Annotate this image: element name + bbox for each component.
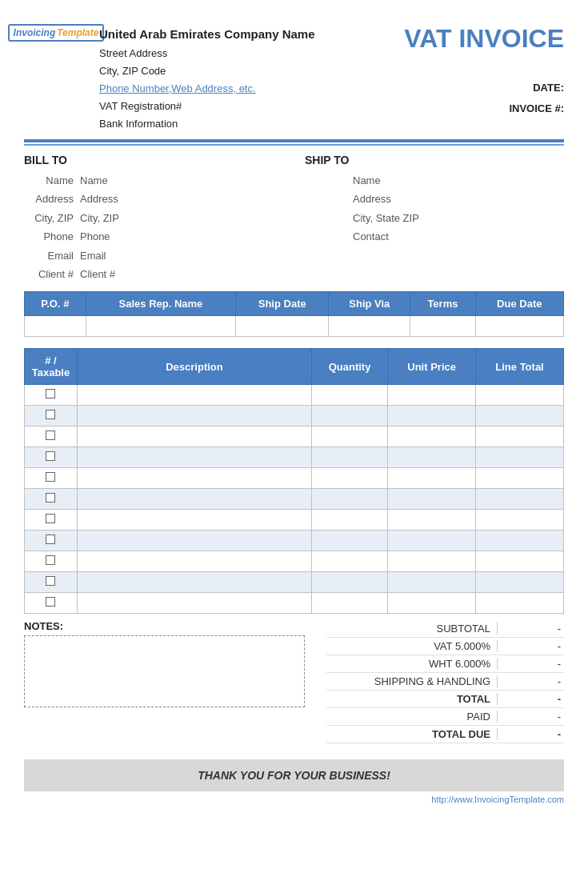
ship-name-val: Name xyxy=(353,171,381,190)
notes-box[interactable] xyxy=(24,635,305,707)
row-description xyxy=(77,593,311,614)
vat-invoice-title: VAT INVOICE xyxy=(404,24,564,54)
footer-bar: THANK YOU FOR YOUR BUSINESS! xyxy=(24,759,564,791)
subtotal-row: SUBTOTAL - xyxy=(326,620,564,638)
wht-val: - xyxy=(497,658,561,670)
logo-box: InvoicingTemplate xyxy=(8,24,105,42)
bill-client-label: Client # xyxy=(24,265,80,283)
row-checkbox-cell xyxy=(25,510,78,531)
logo-invoicing: Invoicing xyxy=(14,27,56,38)
checkbox-icon[interactable] xyxy=(46,389,55,398)
bill-city-val: City, ZIP xyxy=(80,209,119,227)
row-description xyxy=(77,572,311,593)
table-row xyxy=(25,489,564,510)
bill-to-col: BILL TO Name Name Address Address City, … xyxy=(24,154,283,283)
notes-label: NOTES: xyxy=(24,620,305,632)
row-quantity xyxy=(311,572,387,593)
vat-reg: VAT Registration# xyxy=(99,98,315,115)
row-line-total xyxy=(476,447,564,468)
wht-row: WHT 6.000% - xyxy=(326,655,564,673)
checkbox-icon[interactable] xyxy=(46,430,55,440)
row-checkbox-cell xyxy=(25,406,78,426)
checkbox-icon[interactable] xyxy=(46,410,55,419)
row-unit-price xyxy=(388,447,476,468)
bill-phone-val: Phone xyxy=(80,227,110,246)
bill-phone-label: Phone xyxy=(24,227,80,246)
po-val-ship-via xyxy=(329,316,410,337)
row-line-total xyxy=(476,426,564,447)
po-table: P.O. # Sales Rep. Name Ship Date Ship Vi… xyxy=(24,291,564,337)
row-description xyxy=(77,406,311,426)
checkbox-icon[interactable] xyxy=(46,472,55,482)
bill-address-val: Address xyxy=(80,190,118,208)
shipping-row: SHIPPING & HANDLING - xyxy=(326,673,564,691)
row-quantity xyxy=(311,426,387,447)
row-description xyxy=(77,385,311,406)
row-description xyxy=(77,531,311,551)
po-col-sales: Sales Rep. Name xyxy=(86,292,235,316)
table-row xyxy=(25,551,564,572)
company-info: United Arab Emirates Company Name Street… xyxy=(99,24,315,133)
po-col-ship-via: Ship Via xyxy=(329,292,410,316)
table-row xyxy=(25,572,564,593)
phone-link[interactable]: Phone Number,Web Address, etc. xyxy=(99,82,256,94)
ship-contact-val: Contact xyxy=(353,227,389,246)
row-checkbox-cell xyxy=(25,489,78,510)
subtotal-label: SUBTOTAL xyxy=(330,623,497,635)
po-col-ship-date: Ship Date xyxy=(236,292,329,316)
row-checkbox-cell xyxy=(25,593,78,614)
checkbox-icon[interactable] xyxy=(46,493,55,503)
checkbox-icon[interactable] xyxy=(46,576,55,586)
row-unit-price xyxy=(388,468,476,489)
bill-email-row: Email Email xyxy=(24,246,283,265)
ship-address-val: Address xyxy=(353,190,391,208)
row-quantity xyxy=(311,406,387,426)
table-row xyxy=(25,426,564,447)
row-unit-price xyxy=(388,510,476,531)
header-right: VAT INVOICE DATE: INVOICE #: xyxy=(404,24,564,119)
row-quantity xyxy=(311,551,387,572)
checkbox-icon[interactable] xyxy=(46,451,55,461)
table-row xyxy=(25,468,564,489)
checkbox-icon[interactable] xyxy=(46,597,55,607)
items-col-total: Line Total xyxy=(476,349,564,385)
bill-address-label: Address xyxy=(24,190,80,208)
row-line-total xyxy=(476,406,564,426)
table-row xyxy=(25,385,564,406)
totals-section: SUBTOTAL - VAT 5.000% - WHT 6.000% - SHI… xyxy=(326,620,564,743)
billing-section: BILL TO Name Name Address Address City, … xyxy=(24,154,564,283)
checkbox-icon[interactable] xyxy=(46,555,55,565)
ship-address-row: Address xyxy=(305,190,564,208)
row-checkbox-cell xyxy=(25,447,78,468)
row-unit-price xyxy=(388,593,476,614)
po-col-terms: Terms xyxy=(410,292,475,316)
vat-val: - xyxy=(497,640,561,652)
bill-city-row: City, ZIP City, ZIP xyxy=(24,209,283,227)
table-row xyxy=(25,593,564,614)
po-col-po: P.O. # xyxy=(25,292,86,316)
invoice-row: INVOICE #: xyxy=(404,98,564,119)
row-checkbox-cell xyxy=(25,572,78,593)
row-description xyxy=(77,468,311,489)
ship-contact-label xyxy=(305,227,353,246)
row-line-total xyxy=(476,510,564,531)
checkbox-icon[interactable] xyxy=(46,535,55,544)
row-unit-price xyxy=(388,385,476,406)
row-line-total xyxy=(476,489,564,510)
subtotal-val: - xyxy=(497,623,561,635)
items-col-price: Unit Price xyxy=(388,349,476,385)
row-description xyxy=(77,551,311,572)
bill-to-title: BILL TO xyxy=(24,154,283,166)
po-data-row xyxy=(25,316,564,337)
bank-info: Bank Information xyxy=(99,115,315,133)
ship-to-title: SHIP TO xyxy=(305,154,564,166)
row-quantity xyxy=(311,468,387,489)
checkbox-icon[interactable] xyxy=(46,514,55,523)
date-row: DATE: xyxy=(404,78,564,98)
row-quantity xyxy=(311,510,387,531)
row-quantity xyxy=(311,489,387,510)
bill-name-label: Name xyxy=(24,171,80,190)
row-checkbox-cell xyxy=(25,426,78,447)
vat-label: VAT 5.000% xyxy=(330,640,497,652)
bill-phone-row: Phone Phone xyxy=(24,227,283,246)
